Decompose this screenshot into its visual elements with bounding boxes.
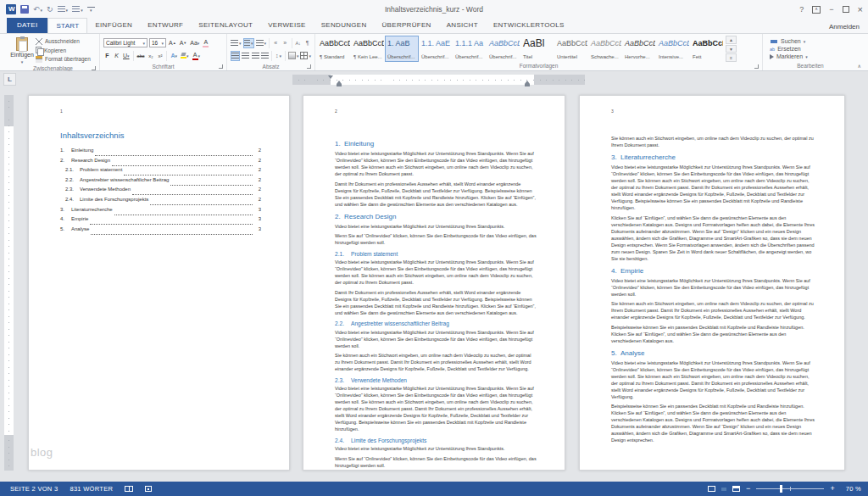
- ribbon-tab[interactable]: ÜBERPRÜFEN: [375, 18, 439, 33]
- document-text-block[interactable]: Video bietet eine leistungsstarke Möglic…: [335, 150, 537, 177]
- document-text-block[interactable]: Video bietet eine leistungsstarke Möglic…: [335, 445, 537, 452]
- justify-button[interactable]: [261, 51, 269, 61]
- undo-button[interactable]: ↶: [33, 5, 42, 14]
- numbering-button[interactable]: [243, 38, 254, 48]
- collapse-ribbon-button[interactable]: ∧: [858, 63, 861, 69]
- font-family-select[interactable]: Calibri Light: [103, 38, 147, 47]
- qat-custom-button-1[interactable]: [58, 5, 69, 14]
- left-indent-marker[interactable]: [337, 81, 342, 84]
- tab-stop-selector[interactable]: L: [3, 73, 16, 86]
- document-text-block[interactable]: Damit Ihr Dokument ein professionelles A…: [335, 289, 537, 316]
- toc-entry[interactable]: 3. Literaturrecherche 3: [60, 207, 261, 217]
- style-gallery-item[interactable]: AaBl Titel: [520, 36, 554, 62]
- maximize-button[interactable]: [843, 6, 849, 13]
- style-gallery-item[interactable]: AaBbCcDt Schwache...: [588, 36, 622, 62]
- zoom-slider-handle[interactable]: [780, 485, 782, 493]
- document-text-block[interactable]: Sie können auch ein Stichwort eingeben, …: [335, 352, 537, 372]
- document-text-block[interactable]: Video bietet eine leistungsstarke Möglic…: [335, 385, 537, 432]
- ribbon-display-options-button[interactable]: [812, 6, 821, 14]
- document-text-block[interactable]: Wenn Sie auf “Onlinevideo” klicken, könn…: [335, 455, 537, 469]
- style-gallery-item[interactable]: AaBbCcDc ¶ Standard: [317, 36, 351, 62]
- text-highlight-button[interactable]: [180, 51, 190, 61]
- document-text-block[interactable]: 1.Einleitung: [335, 140, 537, 148]
- document-text-block[interactable]: 4.Empirie: [611, 267, 816, 275]
- document-text-block[interactable]: Video bietet eine leistungsstarke Möglic…: [335, 223, 537, 230]
- document-text-block[interactable]: 5.Analyse: [611, 349, 816, 357]
- style-gallery-item[interactable]: AaBbCcDc Fett: [690, 36, 724, 62]
- align-center-button[interactable]: [242, 51, 249, 61]
- grow-font-button[interactable]: A▲: [168, 38, 177, 48]
- toc-entry[interactable]: 2.2. Angestrebter wissenschaftlicher Bei…: [60, 177, 261, 187]
- multilevel-list-button[interactable]: [256, 38, 267, 48]
- gallery-scroll-up-button[interactable]: ▲: [726, 36, 737, 44]
- zoom-out-button[interactable]: −: [746, 485, 751, 493]
- qat-customize-button[interactable]: ▾: [87, 7, 95, 13]
- redo-button[interactable]: ↻: [47, 5, 53, 14]
- save-button[interactable]: [20, 5, 29, 14]
- style-gallery-item[interactable]: AaBbCcDc Überschrif...: [487, 36, 520, 62]
- font-color-button[interactable]: A: [192, 51, 202, 61]
- zoom-in-button[interactable]: +: [830, 485, 835, 493]
- toc-entry[interactable]: 1. Einleitung 2: [60, 148, 261, 158]
- document-text-block[interactable]: Video bietet eine leistungsstarke Möglic…: [611, 359, 816, 400]
- underline-button[interactable]: U: [122, 51, 131, 61]
- text-effects-button[interactable]: A: [170, 51, 178, 61]
- font-size-select[interactable]: 16: [149, 38, 166, 47]
- dialog-launcher-icon[interactable]: [219, 64, 223, 69]
- macro-icon[interactable]: [145, 486, 152, 492]
- ribbon-tab[interactable]: ENTWURF: [140, 18, 191, 33]
- print-layout-button[interactable]: [721, 488, 726, 491]
- ribbon-tab[interactable]: START: [47, 18, 87, 33]
- align-right-button[interactable]: [251, 51, 259, 61]
- italic-button[interactable]: K: [113, 51, 120, 61]
- select-button[interactable]: Markieren: [770, 53, 856, 60]
- paste-button[interactable]: Einfügen: [8, 36, 36, 64]
- document-text-block[interactable]: Sie können auch ein Stichwort eingeben, …: [611, 135, 816, 148]
- replace-button[interactable]: abErsetzen: [770, 45, 856, 53]
- document-text-block[interactable]: Video bietet eine leistungsstarke Möglic…: [335, 329, 537, 349]
- zoom-slider[interactable]: [756, 488, 824, 489]
- style-gallery-item[interactable]: AaBbCcDt Intensive...: [656, 36, 690, 62]
- superscript-button[interactable]: x²: [156, 51, 164, 61]
- line-spacing-button[interactable]: ↕: [275, 51, 282, 61]
- document-text-block[interactable]: 3.Literaturrecherche: [611, 153, 816, 161]
- document-text-block[interactable]: 2.3.Verwendete Methoden: [335, 377, 537, 383]
- first-line-indent-marker[interactable]: [328, 75, 333, 79]
- document-text-block[interactable]: 2.4.Limite des Forschungsprojekts: [335, 437, 537, 443]
- toc-entry[interactable]: 4. Empirie 3: [60, 216, 261, 226]
- document-text-block[interactable]: 2.2.Angestrebter wissenschaftlicher Beit…: [335, 320, 537, 326]
- close-button[interactable]: ×: [858, 4, 863, 14]
- ribbon-tab[interactable]: SENDUNGEN: [314, 18, 375, 33]
- qat-custom-button-2[interactable]: [72, 5, 83, 14]
- ribbon-tab[interactable]: DATEI: [7, 18, 47, 33]
- vertical-ruler[interactable]: [4, 95, 14, 471]
- help-button[interactable]: ?: [799, 5, 804, 14]
- bold-button[interactable]: F: [103, 51, 111, 61]
- gallery-more-button[interactable]: ≡: [726, 53, 737, 62]
- toc-entry[interactable]: 2. Research Design 2: [60, 158, 261, 168]
- document-text-block[interactable]: Beispielsweise können Sie ein passendes …: [611, 324, 816, 344]
- document-text-block[interactable]: 2.1.Problem statement: [335, 251, 537, 257]
- find-button[interactable]: Suchen: [770, 37, 856, 45]
- style-gallery-item[interactable]: 1.1.1 Aa Überschrif...: [453, 36, 487, 62]
- shrink-font-button[interactable]: A▼: [179, 38, 188, 48]
- zoom-level[interactable]: 70 %: [841, 485, 861, 493]
- document-text-block[interactable]: Video bietet eine leistungsstarke Möglic…: [611, 164, 816, 211]
- dialog-launcher-icon[interactable]: [307, 64, 311, 69]
- minimize-button[interactable]: −: [829, 5, 833, 14]
- style-gallery-item[interactable]: AaBbCcDc ¶ Kein Lee...: [351, 36, 385, 62]
- toc-entry[interactable]: 2.4. Limite des Forschungsprojekts 2: [60, 197, 261, 207]
- document-text-block[interactable]: Video bietet eine leistungsstarke Möglic…: [611, 277, 816, 298]
- change-case-button[interactable]: Aa: [189, 38, 200, 48]
- word-logo-icon[interactable]: [6, 4, 16, 14]
- decrease-indent-button[interactable]: «: [272, 38, 280, 48]
- subscript-button[interactable]: x₂: [147, 51, 154, 61]
- ribbon-tab[interactable]: EINFÜGEN: [87, 18, 140, 33]
- ribbon-tab[interactable]: VERWEISE: [260, 18, 314, 33]
- toc-entry[interactable]: 2.1. Problem statement 2: [60, 167, 261, 177]
- style-gallery-item[interactable]: AaBbCcDt Hervorhe...: [622, 36, 656, 62]
- proofing-icon[interactable]: [125, 486, 133, 492]
- copy-button[interactable]: Kopieren: [36, 47, 91, 54]
- gallery-scroll-down-button[interactable]: ▼: [726, 45, 737, 53]
- shading-button[interactable]: [288, 51, 299, 61]
